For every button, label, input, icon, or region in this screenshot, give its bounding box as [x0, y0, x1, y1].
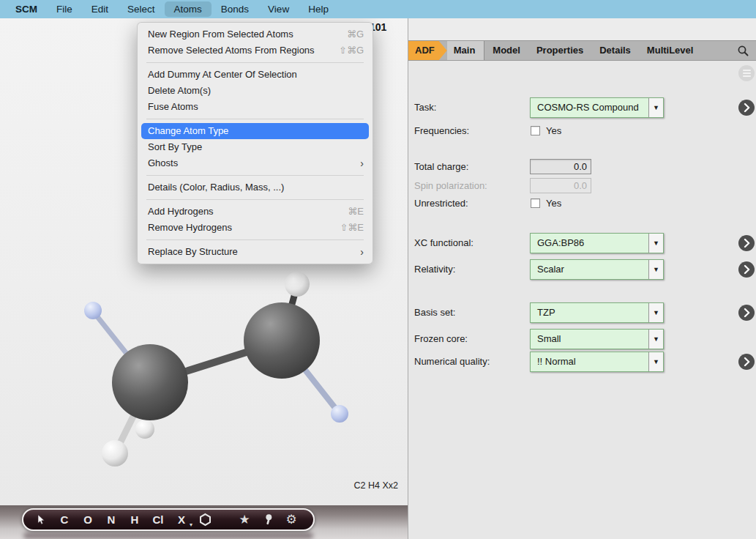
basis-set-dropdown[interactable]: TZP ▼: [530, 302, 664, 323]
frozen-core-label: Frozen core:: [414, 329, 468, 349]
task-value: COSMO-RS Compound: [531, 98, 648, 117]
element-cl-button[interactable]: Cl: [146, 510, 170, 529]
ring-tool-button[interactable]: [193, 510, 217, 529]
menu-item-fuse-atoms[interactable]: Fuse Atoms: [138, 99, 373, 115]
numerical-quality-dropdown[interactable]: !! Normal ▼: [530, 352, 664, 372]
gear-icon: ⚙: [285, 513, 296, 526]
atom-h3[interactable]: [102, 440, 128, 466]
menu-item-add-dummy-at-center-of-selection[interactable]: Add Dummy At Center Of Selection: [138, 67, 373, 83]
menu-item-delete-atom-s[interactable]: Delete Atom(s): [138, 83, 373, 99]
frozen-core-value: Small: [531, 330, 648, 349]
tab-main[interactable]: Main: [447, 41, 485, 60]
panel-menu-button[interactable]: [738, 65, 755, 81]
atom-xx1[interactable]: [84, 302, 102, 319]
settings-tool-button[interactable]: ⚙: [280, 510, 303, 529]
menu-item-shortcut: ⇧⌘G: [339, 42, 364, 59]
numerical-quality-row: Numerical quality: !! Normal ▼: [408, 352, 756, 372]
atom-c2[interactable]: [244, 302, 320, 379]
menu-item-sort-by-type[interactable]: Sort By Type: [138, 139, 373, 155]
right-titlebar: [408, 18, 756, 40]
element-n-button[interactable]: N: [100, 510, 123, 529]
element-o-button[interactable]: O: [76, 510, 100, 529]
tab-details[interactable]: Details: [591, 41, 639, 60]
menubar-item-edit[interactable]: Edit: [82, 1, 118, 17]
menubar-item-help[interactable]: Help: [299, 1, 338, 17]
task-detail-button[interactable]: [738, 100, 755, 116]
pointer-tool-button[interactable]: [29, 510, 53, 529]
atoms-menu: New Region From Selected Atoms⌘GRemove S…: [137, 22, 373, 264]
element-x-button[interactable]: X▾: [170, 510, 193, 529]
element-c-button[interactable]: C: [53, 510, 76, 529]
atom-c1[interactable]: [112, 344, 188, 420]
frequencies-label: Frequencies:: [414, 125, 469, 137]
pin-tool-button[interactable]: [256, 510, 280, 529]
tabs: MainModelPropertiesDetailsMultiLevel: [447, 41, 702, 60]
xc-functional-detail-button[interactable]: [738, 235, 755, 251]
xc-functional-dropdown[interactable]: GGA:BP86 ▼: [530, 233, 664, 253]
unrestricted-checkbox[interactable]: [531, 198, 540, 208]
menu-item-shortcut: ⇧⌘E: [340, 220, 364, 236]
task-dropdown[interactable]: COSMO-RS Compound ▼: [530, 97, 664, 118]
pointer-icon: [35, 513, 47, 526]
dropdown-arrow-icon[interactable]: ▼: [648, 260, 663, 279]
menu-item-add-hydrogens[interactable]: Add Hydrogens⌘E: [138, 204, 373, 220]
menu-item-shortcut: ⌘E: [348, 204, 364, 220]
basis-set-detail-button[interactable]: [738, 305, 755, 321]
frozen-core-dropdown[interactable]: Small ▼: [530, 329, 664, 349]
atom-h2[interactable]: [135, 420, 154, 439]
menu-separator: [138, 171, 373, 179]
menu-item-change-atom-type[interactable]: Change Atom Type: [141, 123, 369, 139]
menu-item-details-color-radius-mass[interactable]: Details (Color, Radius, Mass, ...): [138, 179, 373, 196]
atom-xx2[interactable]: [331, 405, 348, 423]
menubar-item-view[interactable]: View: [258, 1, 299, 17]
relativity-row: Relativity: Scalar ▼: [408, 259, 756, 280]
numerical-quality-detail-button[interactable]: [738, 354, 755, 370]
total-charge-row: Total charge:: [408, 159, 756, 174]
favorites-tool-button[interactable]: ★: [233, 510, 256, 529]
menu-item-remove-hydrogens[interactable]: Remove Hydrogens⇧⌘E: [138, 220, 373, 236]
menu-item-new-region-from-selected-atoms[interactable]: New Region From Selected Atoms⌘G: [138, 26, 373, 42]
basis-set-row: Basis set: TZP ▼: [408, 302, 756, 323]
menu-item-label: Remove Hydrogens: [148, 220, 329, 236]
tab-model[interactable]: Model: [484, 41, 528, 60]
menubar-item-atoms[interactable]: Atoms: [165, 1, 212, 17]
menu-item-label: Delete Atom(s): [148, 83, 364, 99]
frequencies-row: Frequencies: Yes: [408, 125, 756, 137]
menubar-item-select[interactable]: Select: [118, 1, 165, 17]
panel-body: Task: COSMO-RS Compound ▼ Frequencies: Y…: [408, 61, 756, 539]
frequencies-option-label: Yes: [546, 125, 561, 137]
dropdown-arrow-icon[interactable]: ▼: [648, 352, 663, 371]
relativity-dropdown[interactable]: Scalar ▼: [530, 259, 664, 280]
search-button[interactable]: [737, 45, 749, 57]
menu-item-label: New Region From Selected Atoms: [148, 26, 337, 42]
dropdown-arrow-icon[interactable]: ▼: [648, 234, 663, 253]
xc-functional-value: GGA:BP86: [531, 234, 648, 253]
menu-item-label: Ghosts: [148, 155, 350, 171]
menu-item-remove-selected-atoms-from-regions[interactable]: Remove Selected Atoms From Regions⇧⌘G: [138, 42, 373, 59]
menubar-item-file[interactable]: File: [47, 1, 82, 17]
menu-item-label: Details (Color, Radius, Mass, ...): [148, 179, 364, 196]
panel-tabbar: ADF MainModelPropertiesDetailsMultiLevel: [408, 40, 756, 61]
element-h-button[interactable]: H: [123, 510, 146, 529]
menu-item-label: Add Hydrogens: [148, 204, 337, 220]
detail-chevron-icon: [738, 354, 755, 370]
menu-bar: SCMFileEditSelectAtomsBondsViewHelp: [0, 0, 756, 18]
adf-input-window: ADF MainModelPropertiesDetailsMultiLevel…: [408, 18, 756, 539]
menu-item-ghosts[interactable]: Ghosts›: [138, 155, 373, 171]
total-charge-input[interactable]: [530, 159, 591, 174]
relativity-detail-button[interactable]: [738, 261, 755, 278]
menubar-item-bonds[interactable]: Bonds: [212, 1, 258, 17]
atom-h1[interactable]: [285, 272, 310, 297]
toolbar-reflection: [23, 532, 313, 539]
tab-properties[interactable]: Properties: [528, 41, 591, 60]
xc-functional-row: XC functional: GGA:BP86 ▼: [408, 233, 756, 253]
menubar-item-scm[interactable]: SCM: [6, 1, 47, 17]
search-icon: [737, 45, 749, 57]
menu-item-replace-by-structure[interactable]: Replace By Structure›: [138, 244, 373, 260]
dropdown-arrow-icon[interactable]: ▼: [648, 303, 663, 322]
element-x-caret-icon[interactable]: ▾: [190, 521, 192, 528]
dropdown-arrow-icon[interactable]: ▼: [648, 98, 663, 117]
frequencies-checkbox[interactable]: [531, 126, 540, 135]
tab-multilevel[interactable]: MultiLevel: [639, 41, 702, 60]
dropdown-arrow-icon[interactable]: ▼: [648, 330, 663, 349]
